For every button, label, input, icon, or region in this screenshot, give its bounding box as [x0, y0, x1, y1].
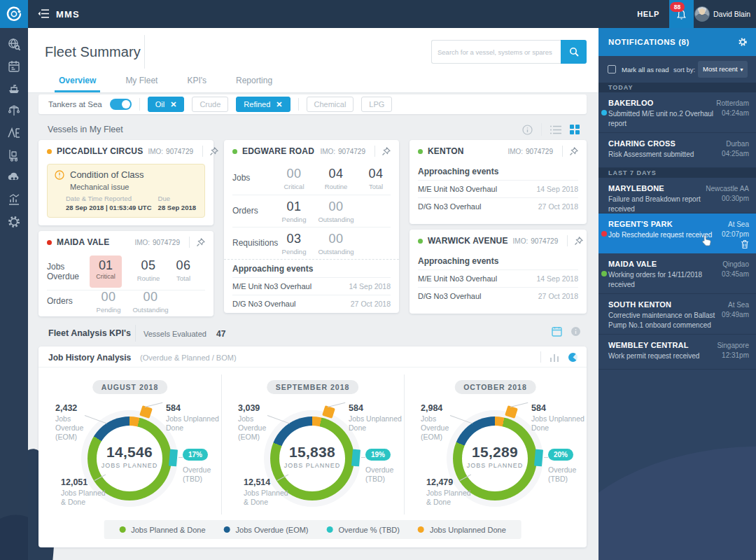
- approaching-events-title: Approaching events: [418, 252, 578, 270]
- menu-toggle-icon[interactable]: [38, 9, 49, 18]
- user-name[interactable]: David Blain: [713, 10, 750, 18]
- unplanned-done-label: 584Jobs UnplannedDone: [166, 404, 219, 433]
- vessel-card-warwick-avenue[interactable]: WARWICK AVENUE IMO:9074729 Approaching e…: [410, 230, 587, 314]
- tab-my-fleet[interactable]: My Fleet: [121, 73, 162, 92]
- chart-subtitle: (Overdue & Planned / BOM): [140, 354, 237, 362]
- notification-regents-park[interactable]: REGENT'S PARK Job Reschedule request rec…: [598, 214, 756, 253]
- legend-planned-done: Jobs Planned & Done: [119, 526, 205, 534]
- filter-bar: Tankers at Sea Oil✕ Crude Refined✕ Chemi…: [38, 94, 587, 114]
- group-today: TODAY: [598, 83, 756, 92]
- search-input[interactable]: [431, 40, 561, 64]
- tab-kpis[interactable]: KPI's: [183, 73, 211, 92]
- status-dot: [418, 149, 423, 154]
- alert-due: Due 28 Sep 2018: [158, 195, 196, 211]
- vessel-card-maida-vale[interactable]: MAIDA VALE IMO:9074729 Jobs Overdue 01 C…: [38, 231, 214, 316]
- cloud-icon[interactable]: [7, 170, 21, 184]
- overdue-tbd-label: Overdue(TBD): [183, 465, 211, 484]
- vessel-card-edgware-road[interactable]: EDGWARE ROAD IMO:9074729 Jobs 00Critical…: [224, 140, 399, 313]
- vessel-card-kenton[interactable]: KENTON IMO:9074729 Approaching events M/…: [410, 140, 587, 224]
- fleet-analysis-header: Fleet Analysis KPI's Vessels Evaluated 4…: [38, 325, 587, 343]
- event-row[interactable]: D/G No3 Overhaul27 Oct 2018: [418, 197, 578, 215]
- donut-center: 15,838 JOBS PLANNED: [279, 426, 345, 491]
- mark-all-checkbox[interactable]: [608, 65, 616, 74]
- pin-icon[interactable]: [569, 147, 578, 156]
- notifications-settings-icon[interactable]: [738, 37, 748, 47]
- chip-refined[interactable]: Refined✕: [236, 97, 290, 112]
- grid-view-icon[interactable]: [570, 125, 580, 134]
- settings-gear-icon[interactable]: [7, 215, 21, 229]
- tab-reporting[interactable]: Reporting: [232, 73, 276, 92]
- chip-oil[interactable]: Oil✕: [148, 97, 185, 112]
- notification-wembley-central[interactable]: WEMBLEY CENTRAL Work permit request rece…: [598, 335, 756, 370]
- event-row[interactable]: D/G No3 Overhaul27 Oct 2018: [418, 287, 578, 304]
- notification-maida-vale[interactable]: MAIDA VALE Working orders for 14/11/2018…: [598, 253, 756, 294]
- sidebar-nav: [0, 28, 28, 560]
- tab-overview[interactable]: Overview: [55, 73, 100, 92]
- vessel-card-piccadilly-circus[interactable]: PICCADILLY CIRCUS IMO:9074729 Condition …: [38, 140, 214, 225]
- event-row[interactable]: M/E Unit No3 Overhaul14 Sep 2018: [418, 180, 578, 197]
- event-row[interactable]: D/G No3 Overhaul27 Oct 2018: [232, 295, 391, 312]
- remove-refined-icon[interactable]: ✕: [276, 100, 282, 109]
- status-dot: [418, 239, 423, 244]
- unplanned-done-label: 584Jobs UnplannedDone: [531, 404, 584, 433]
- event-row[interactable]: M/E Unit No3 Overhaul14 Sep 2018: [418, 270, 578, 287]
- donut-center: 15,289 JOBS PLANNED: [462, 426, 528, 491]
- overdue-eom-label: 2,984JobsOverdue(EOM): [421, 404, 449, 442]
- month-label: AUGUST 2018: [92, 380, 168, 394]
- info-icon[interactable]: [570, 326, 581, 337]
- pin-icon[interactable]: [574, 237, 583, 246]
- warning-icon: [55, 170, 64, 180]
- event-row[interactable]: M/E Unit No3 Overhaul14 Sep 2018: [232, 277, 391, 295]
- globe-search-icon[interactable]: [7, 37, 21, 51]
- main-content: Fleet Summary Overview My Fleet KPI's Re…: [28, 28, 598, 560]
- month-label: SEPTEMBER 2018: [267, 380, 359, 394]
- chip-crude[interactable]: Crude: [192, 97, 228, 112]
- overdue-tbd-marker: [351, 449, 360, 467]
- chip-lpg[interactable]: LPG: [361, 97, 392, 112]
- list-view-icon[interactable]: [550, 125, 561, 134]
- legend-unplanned-done: Jobs Unplanned Done: [418, 526, 506, 534]
- critical-count-box: 01 Critical: [90, 255, 122, 288]
- vessel-name: EDGWARE ROAD: [242, 146, 314, 156]
- sort-dropdown[interactable]: Most recent▼: [698, 61, 748, 78]
- pin-icon[interactable]: [382, 147, 391, 156]
- planner-icon[interactable]: [7, 59, 21, 74]
- vessel-name: MAIDA VALE: [57, 237, 109, 247]
- notification-bakerloo[interactable]: BAKERLOO Submitted M/E unit no.2 Overhau…: [598, 92, 756, 133]
- remove-oil-icon[interactable]: ✕: [170, 100, 176, 109]
- info-icon[interactable]: [522, 125, 533, 135]
- notification-south-kenton[interactable]: SOUTH KENTON Corrective maintenance on B…: [598, 294, 756, 335]
- tankers-at-sea-toggle[interactable]: [110, 99, 132, 110]
- overdue-tbd-pill: 17%: [183, 449, 208, 461]
- crane-icon[interactable]: [7, 104, 21, 118]
- pin-icon[interactable]: [196, 238, 205, 247]
- chip-chemical[interactable]: Chemical: [307, 97, 354, 112]
- chevron-down-icon: ▼: [739, 62, 744, 78]
- app-logo[interactable]: [0, 0, 28, 28]
- logo-icon: [6, 6, 22, 22]
- calendar-icon[interactable]: [552, 326, 562, 337]
- avatar[interactable]: [694, 6, 710, 22]
- help-link[interactable]: HELP: [637, 10, 659, 18]
- trolley-icon[interactable]: [7, 148, 21, 162]
- filter-divider2: [298, 98, 299, 111]
- notification-marylebone[interactable]: MARYLEBONE Failure and Breakdown report …: [598, 178, 756, 214]
- alert-reported: Date & Time Reported 28 Sep 2018 | 01:53…: [66, 195, 158, 211]
- vessels-section-header: Vessels in My Fleet: [38, 122, 587, 137]
- delete-icon[interactable]: [741, 239, 749, 249]
- vessel-icon[interactable]: [7, 82, 21, 96]
- alert-title-row: Condition of Class: [55, 169, 197, 180]
- analysis-icon[interactable]: [7, 126, 21, 140]
- unplanned-marker: [322, 405, 335, 419]
- sidebar-wave-decoration: [0, 505, 28, 560]
- search-button[interactable]: [561, 40, 587, 64]
- overdue-tbd-label: Overdue(TBD): [548, 465, 576, 484]
- pin-icon[interactable]: [209, 147, 218, 156]
- fleet-analysis-title: Fleet Analysis KPI's: [48, 328, 131, 338]
- kpi-chart-icon[interactable]: [7, 192, 21, 206]
- notification-charing-cross[interactable]: CHARING CROSS Risk Assessment submitted …: [598, 133, 756, 168]
- bar-chart-view-icon[interactable]: [550, 353, 559, 362]
- pie-chart-view-icon[interactable]: [568, 352, 578, 363]
- orders-row: Orders 01Pending 00Outstanding: [232, 195, 391, 227]
- vessels-section-title: Vessels in My Fleet: [48, 125, 123, 134]
